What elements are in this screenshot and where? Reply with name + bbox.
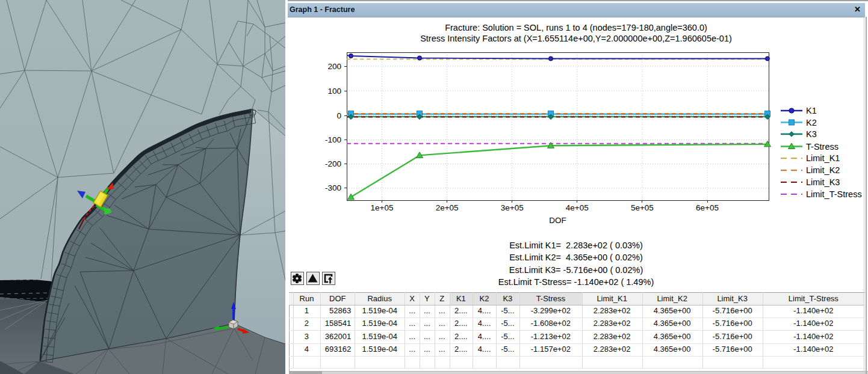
- svg-text:3e+05: 3e+05: [501, 203, 524, 212]
- svg-text:-100: -100: [325, 135, 341, 144]
- svg-text:Limit_K1: Limit_K1: [806, 153, 840, 163]
- svg-text:K2: K2: [806, 118, 817, 127]
- svg-text:0: 0: [336, 111, 341, 120]
- svg-text:2e+05: 2e+05: [436, 203, 459, 212]
- svg-text:-200: -200: [325, 159, 341, 168]
- svg-text:T-Stress: T-Stress: [806, 142, 839, 152]
- svg-text:200: 200: [327, 62, 341, 71]
- svg-text:5e+05: 5e+05: [631, 203, 654, 212]
- svg-text:Limit_K3: Limit_K3: [806, 177, 840, 187]
- svg-text:Limit_K2: Limit_K2: [806, 165, 840, 175]
- svg-text:K3: K3: [806, 129, 817, 139]
- svg-text:K1: K1: [806, 106, 817, 115]
- svg-text:100: 100: [327, 87, 341, 96]
- svg-text:6e+05: 6e+05: [696, 203, 719, 212]
- svg-text:DOF: DOF: [549, 216, 566, 225]
- svg-text:-300: -300: [325, 183, 341, 192]
- svg-text:Limit_T-Stress: Limit_T-Stress: [806, 189, 862, 199]
- svg-text:4e+05: 4e+05: [566, 203, 589, 212]
- svg-text:1e+05: 1e+05: [371, 203, 394, 212]
